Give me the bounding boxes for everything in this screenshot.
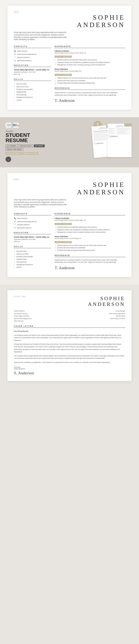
cover-date-block: 13 OCT | 2024 xyxy=(14,296,26,299)
job-title-2-2: Event Volunteer xyxy=(55,236,125,238)
cover-closing: Sincerely, Sophie Anderson S. Anderson xyxy=(14,366,125,376)
reference-section-1: REFERENCE Sophie Anderson is a standout … xyxy=(55,87,125,103)
resume-section-2: 2024 SOPHIE ANDERSON Driven high school … xyxy=(0,167,139,284)
job-2-1: Library Assistant Sunset Valley School L… xyxy=(55,217,125,234)
banner-previews: SOPHIEANDERSON T. Anderson xyxy=(50,122,134,163)
skill-item: Event planning xyxy=(16,94,51,96)
contact-linkedin-2: in @24sophie.anderson xyxy=(14,227,51,229)
job-company-1: Sunset Valley School Library, Sunset Val… xyxy=(55,52,125,54)
cover-paper: 13 OCT | 2024 SOPHIE ANDERSON Sophie And… xyxy=(8,290,132,381)
cover-name-large: SOPHIE ANDERSON xyxy=(88,296,125,307)
mini-line xyxy=(108,131,114,131)
job-bullets-1: Assisted students and staff with finding… xyxy=(55,58,125,66)
job-2: Event Volunteer Sunset Valley School, Su… xyxy=(55,68,125,84)
linkedin-icon: in xyxy=(14,59,16,62)
mini-line xyxy=(117,132,125,132)
google-docs-icon: 📄GOOGLEDOCS xyxy=(6,122,12,128)
cover-date: 13 OCT | 2024 xyxy=(14,296,26,297)
reference-heading-2: REFERENCE xyxy=(55,254,125,257)
skill-item: ArcGIS xyxy=(16,266,51,268)
education-school-2: Sunset Valley High School — Sunset Valle… xyxy=(14,236,51,238)
contact-instagram-1: f @sophie.anderson xyxy=(14,56,51,58)
skill-item: Excellent communication xyxy=(16,88,51,91)
cover-para-1: I am writing to express my interest in t… xyxy=(14,334,125,342)
job-badge-2: JUL '23 - PRESENT xyxy=(55,74,72,76)
bullet-item: Provided information and guided attendee… xyxy=(57,82,125,84)
education-graduation-2: Expected Graduation: June 2025 xyxy=(14,238,51,240)
resume-name-2: SOPHIE ANDERSON xyxy=(14,181,125,196)
mini-accent-bar-front xyxy=(124,124,132,126)
resume-summary-1: Driven high school senior with strong or… xyxy=(14,31,70,41)
job-1: Library Assistant Sunset Valley School L… xyxy=(55,50,125,66)
banner-tag-colors: CHANGE COLORS xyxy=(22,152,38,155)
coverletter-section: 13 OCT | 2024 SOPHIE ANDERSON Sophie And… xyxy=(0,284,139,388)
resume-left-col-1: CONTACTS 📞 (555) 789-0123 ✉ sophie.ander… xyxy=(14,46,51,104)
bullet-item: Managed the circulation desk, including … xyxy=(57,64,125,66)
bullet-item: Assisted with event setup and coordinati… xyxy=(57,80,125,82)
job-bullets-2-2: Helped organize and run school events su… xyxy=(55,244,125,252)
job-company-2-2: Sunset Valley School, Sunset Valley, CA xyxy=(55,238,125,239)
skill-item: Microsoft Office xyxy=(16,83,51,85)
banner-tag-print: READY FOR PRINT xyxy=(6,148,23,151)
resume-summary-2: Driven high school senior with strong or… xyxy=(14,199,70,208)
resume-left-col-2: CONTACTS 📞 (555) 789-0123 ✉ sophie.ander… xyxy=(14,213,51,272)
job-title-2-1: Library Assistant xyxy=(55,217,125,219)
skill-item: ArcGIS xyxy=(16,99,51,102)
education-section-2: EDUCATION Sunset Valley High School — Su… xyxy=(14,232,51,243)
contact-instagram-2: f @sophie.anderson xyxy=(14,224,51,226)
experience-section-2: EXPERIENCE Library Assistant Sunset Vall… xyxy=(55,213,125,252)
mini-line xyxy=(108,132,113,132)
banner-extra-tags: EASY EDITABLE CHANGE COLORS xyxy=(6,152,46,155)
chevron-down-button[interactable]: ⌄ xyxy=(6,156,11,162)
linkedin-icon-2: in xyxy=(14,227,16,229)
resume-paper-2: 2024 SOPHIE ANDERSON Driven high school … xyxy=(8,173,132,277)
job-title-1: Library Assistant xyxy=(55,50,125,52)
cover-body: Dear Hiring Manager, I am writing to exp… xyxy=(14,330,125,364)
cover-letter-heading: COVER LETTER xyxy=(14,325,125,328)
phone-icon: 📞 xyxy=(14,50,16,52)
job-company-2-1: Sunset Valley School Library, Sunset Val… xyxy=(55,220,125,221)
mini-line xyxy=(108,129,113,130)
bullet-item: Assisted students and staff with finding… xyxy=(57,226,125,228)
mini-line xyxy=(117,133,131,133)
cover-para-2: Through my involvement as President of t… xyxy=(14,343,125,353)
job-badge-1: JUL '23 - PRESENT xyxy=(55,56,72,58)
cover-recipient: Hiring Manager Green Earth Organization … xyxy=(109,310,125,322)
banner-template-label: Template xyxy=(6,130,46,132)
resume-columns-2: CONTACTS 📞 (555) 789-0123 ✉ sophie.ander… xyxy=(14,213,125,272)
resume-year-2: 2024 xyxy=(14,178,125,180)
reference-section-2: REFERENCE Sophie Anderson is a standout … xyxy=(55,254,125,270)
skill-item: Management experience xyxy=(16,96,51,99)
mini-line xyxy=(117,134,128,134)
job-badge-2-2: JUL '23 - PRESENT xyxy=(55,241,72,243)
mini-line xyxy=(117,130,128,130)
experience-heading-2: EXPERIENCE xyxy=(55,213,125,215)
cover-name-block: SOPHIE ANDERSON xyxy=(88,296,125,307)
skills-heading-1: SKILLS xyxy=(14,78,51,81)
skill-item: Excellent communication xyxy=(16,256,51,258)
contacts-heading-2: CONTACTS xyxy=(14,213,51,215)
contacts-section-1: CONTACTS 📞 (555) 789-0123 ✉ sophie.ander… xyxy=(14,46,51,62)
contact-linkedin-1: in @24sophie.anderson xyxy=(14,59,51,62)
skills-section-2: SKILLS Microsoft Office Python and HTML … xyxy=(14,246,51,269)
banner-left: 📄GOOGLEDOCS WMS WORD Template STUDENT RE… xyxy=(6,122,46,162)
banner-tags: A4 FORMAT GOOGLE DOCS MS WORD READY FOR … xyxy=(6,144,46,151)
banner-icons-row: 📄GOOGLEDOCS WMS WORD xyxy=(6,122,46,128)
preview-mini-front: SOPHIEANDERSON xyxy=(108,124,132,157)
cover-para-3: I am confident that my organizational sk… xyxy=(14,355,125,360)
contact-email-2: ✉ sophie.anderson@gmail.com xyxy=(14,220,51,222)
education-section-1: EDUCATION Sunset Valley High School — Su… xyxy=(14,64,51,76)
bullet-item: Assisted with event setup and coordinati… xyxy=(57,246,125,249)
mini-line xyxy=(108,130,116,130)
reference-heading-1: REFERENCE xyxy=(55,87,125,90)
reference-signature-1: T. Anderson xyxy=(55,98,125,103)
resume-paper-1: 2024 SOPHIE ANDERSON Driven high school … xyxy=(8,6,132,110)
mini-line xyxy=(108,133,116,133)
skill-item: Python and HTML xyxy=(16,253,51,256)
skill-item: Analytical skills xyxy=(16,91,51,93)
ms-word-icon: WMS WORD xyxy=(13,122,19,128)
education-graduation-1: Expected Graduation: June 2025 xyxy=(14,71,51,73)
reference-signature-2: T. Anderson xyxy=(55,266,125,270)
bullet-item: Provided information and guided attendee… xyxy=(57,249,125,252)
banner-tag-easy: EASY EDITABLE xyxy=(6,152,21,155)
